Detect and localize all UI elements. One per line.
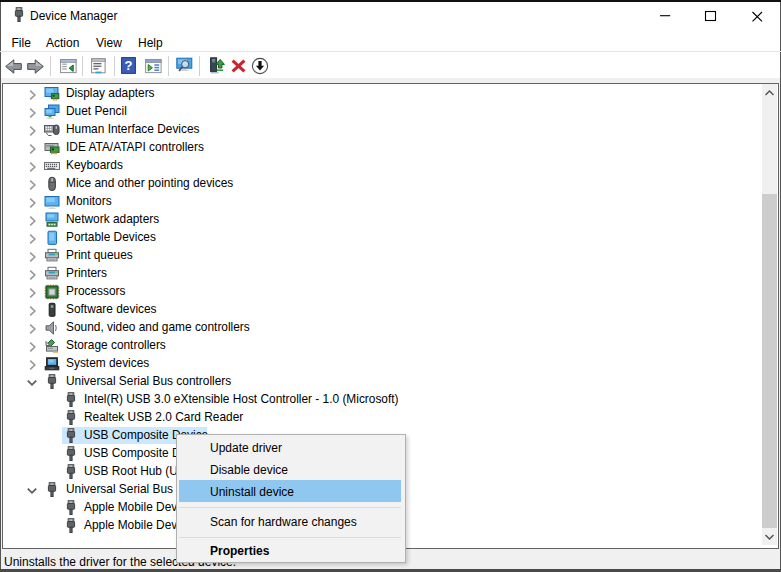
svg-text:?: ? [125, 58, 133, 73]
